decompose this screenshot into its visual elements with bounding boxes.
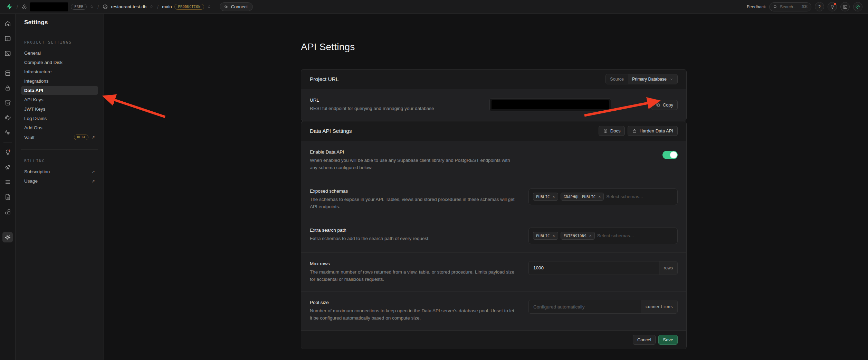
max-rows-input[interactable] xyxy=(529,261,659,275)
terminal-icon xyxy=(843,4,848,9)
lightbulb-icon xyxy=(830,4,835,9)
logs-list-icon xyxy=(4,179,11,185)
docs-button[interactable]: Docs xyxy=(599,126,625,136)
sidebar-item-jwt-keys[interactable]: JWT Keys xyxy=(21,105,98,113)
harden-data-api-button[interactable]: Harden Data API xyxy=(628,126,678,136)
rail-table-editor[interactable] xyxy=(2,33,13,44)
breadcrumb-separator: / xyxy=(17,4,18,10)
enable-data-api-toggle[interactable] xyxy=(662,151,678,159)
notifications-button[interactable] xyxy=(828,2,837,11)
copy-url-button[interactable]: Copy xyxy=(651,100,678,110)
page-title: API Settings xyxy=(301,41,868,53)
integrations-blocks-icon xyxy=(4,209,11,215)
max-rows-label: Max rows xyxy=(310,261,515,266)
pool-size-input-group: connections xyxy=(528,300,678,314)
select-schemas-placeholder: Select schemas... xyxy=(597,233,634,238)
rail-project-settings[interactable] xyxy=(2,232,13,242)
rail-home[interactable] xyxy=(2,18,13,29)
org-switcher[interactable]: FREE xyxy=(21,2,94,11)
api-docs-file-icon xyxy=(4,194,11,200)
plug-icon xyxy=(223,4,229,9)
feedback-link[interactable]: Feedback xyxy=(747,4,766,9)
external-link-icon: ↗ xyxy=(92,135,95,140)
sidebar-item-log-drains[interactable]: Log Drains xyxy=(21,114,98,123)
project-switcher[interactable]: restaurant-test-db xyxy=(102,4,154,10)
section-label-project-settings: PROJECT SETTINGS xyxy=(24,40,98,45)
chevrons-updown-icon[interactable] xyxy=(89,4,94,9)
project-url-field[interactable] xyxy=(489,98,611,111)
organization-icon xyxy=(21,4,27,10)
settings-sidebar-header: Settings xyxy=(16,14,104,31)
max-rows-input-group: rows xyxy=(528,261,678,275)
project-name: restaurant-test-db xyxy=(111,4,146,9)
branch-switcher[interactable]: main PRODUCTION xyxy=(162,4,211,10)
rail-api-docs[interactable] xyxy=(2,192,13,202)
project-url-card-title: Project URL xyxy=(310,76,339,82)
sidebar-item-vault[interactable]: Vault BETA ↗ xyxy=(21,133,98,142)
rail-authentication[interactable] xyxy=(2,83,13,93)
sidebar-item-add-ons[interactable]: Add Ons xyxy=(21,123,98,132)
assistant-button[interactable] xyxy=(853,2,862,11)
rail-sql-editor[interactable] xyxy=(2,48,13,58)
table-editor-icon xyxy=(4,35,11,42)
main-content: API Settings Project URL Source Primary … xyxy=(104,14,868,360)
rail-logs[interactable] xyxy=(2,177,13,187)
remove-chip-icon[interactable]: ✕ xyxy=(553,194,555,199)
extra-search-path-description: Extra schemas to add to the search path … xyxy=(310,235,430,242)
max-rows-unit: rows xyxy=(659,261,677,275)
source-select-label: Source xyxy=(606,74,628,84)
rail-advisors[interactable] xyxy=(2,147,13,157)
connect-button[interactable]: Connect xyxy=(220,2,253,11)
sidebar-item-integrations[interactable]: Integrations xyxy=(21,77,98,85)
enable-data-api-description: When enabled you will be able to use any… xyxy=(310,157,515,172)
data-api-settings-card: Data API Settings Docs Harden Data API E… xyxy=(301,121,687,349)
url-label: URL xyxy=(310,98,434,103)
rail-integrations[interactable] xyxy=(2,206,13,217)
cancel-button[interactable]: Cancel xyxy=(633,335,656,345)
rail-edge-functions[interactable] xyxy=(2,112,13,123)
command-menu-button[interactable] xyxy=(840,2,850,11)
icon-rail xyxy=(0,14,16,360)
sidebar-item-infrastructure[interactable]: Infrastructure xyxy=(21,67,98,76)
exposed-schemas-description: The schemas to expose in your API. Table… xyxy=(310,196,515,211)
sidebar-item-general[interactable]: General xyxy=(21,49,98,57)
search-input[interactable]: Search... ⌘K xyxy=(769,2,811,11)
sidebar-item-api-keys[interactable]: API Keys xyxy=(21,95,98,104)
branch-name: main xyxy=(162,4,172,9)
search-shortcut: ⌘K xyxy=(801,4,808,9)
rail-realtime[interactable] xyxy=(2,127,13,138)
remove-chip-icon[interactable]: ✕ xyxy=(553,233,555,238)
question-mark-icon: ? xyxy=(818,4,821,9)
rail-divider xyxy=(3,142,12,142)
extra-search-path-input[interactable]: PUBLIC✕ EXTENSIONS✕ Select schemas... xyxy=(528,228,678,244)
book-icon xyxy=(603,129,608,133)
pool-size-input[interactable] xyxy=(529,300,641,313)
supabase-logo-icon[interactable] xyxy=(6,3,13,11)
sidebar-item-compute-and-disk[interactable]: Compute and Disk xyxy=(21,58,98,67)
save-button[interactable]: Save xyxy=(658,335,678,345)
rail-reports[interactable] xyxy=(2,162,13,172)
sidebar-item-usage[interactable]: Usage ↗ xyxy=(21,177,98,185)
plan-badge: FREE xyxy=(71,4,87,10)
beta-badge: BETA xyxy=(74,135,88,140)
advisors-lightbulb-icon xyxy=(4,149,11,156)
rail-database[interactable] xyxy=(2,68,13,78)
sidebar-item-data-api[interactable]: Data API xyxy=(21,86,98,95)
copy-icon xyxy=(656,102,660,107)
top-bar: / FREE / restaurant-test-db / main PRODU… xyxy=(0,0,868,14)
breadcrumb-separator: / xyxy=(97,4,99,10)
exposed-schemas-label: Exposed schemas xyxy=(310,188,515,194)
help-button[interactable]: ? xyxy=(815,2,824,11)
source-select[interactable]: Source Primary Database xyxy=(605,74,678,84)
chevrons-updown-icon[interactable] xyxy=(207,4,211,9)
pool-size-description: Number of maximum connections to keep op… xyxy=(310,307,515,322)
advisors-notification-dot xyxy=(9,149,10,151)
chevrons-updown-icon[interactable] xyxy=(149,4,154,9)
remove-chip-icon[interactable]: ✕ xyxy=(598,194,601,199)
redacted-org-name xyxy=(30,2,68,11)
rail-storage[interactable] xyxy=(2,98,13,108)
remove-chip-icon[interactable]: ✕ xyxy=(589,233,592,238)
sidebar-item-subscription[interactable]: Subscription ↗ xyxy=(21,167,98,176)
exposed-schemas-input[interactable]: PUBLIC✕ GRAPHQL_PUBLIC✕ Select schemas..… xyxy=(528,188,678,205)
settings-sidebar: Settings PROJECT SETTINGS General Comput… xyxy=(16,14,104,360)
